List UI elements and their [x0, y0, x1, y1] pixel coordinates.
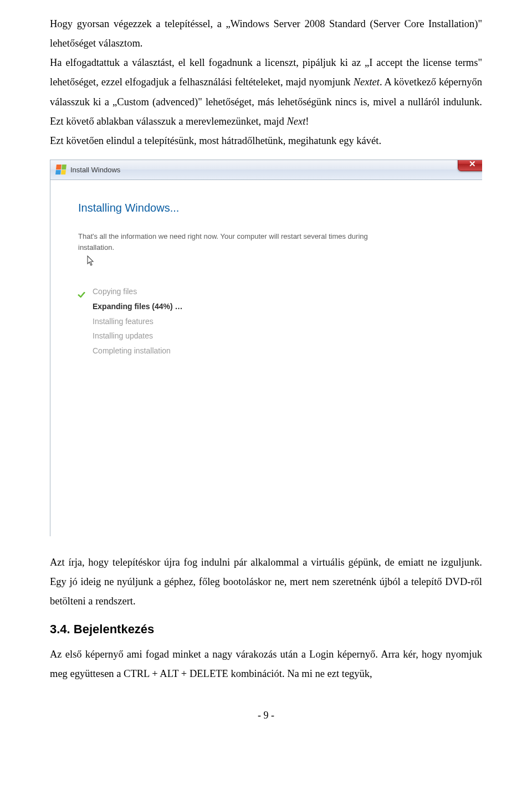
mouse-cursor-icon: [78, 255, 388, 270]
window-title: Install Windows: [70, 166, 120, 173]
step-updates-label: Installing updates: [93, 331, 153, 340]
section-body: Az első képernyő ami fogad minket a nagy…: [50, 645, 482, 684]
step-features-label: Installing features: [93, 317, 154, 326]
doc-para2d: Next: [287, 116, 305, 127]
step-copying-files: Copying files: [78, 284, 454, 299]
install-steps-list: Copying files Expanding files (44%) … In…: [78, 284, 454, 358]
doc-paragraph-1: Hogy gyorsan végezzek a telepítéssel, a …: [50, 14, 482, 53]
installer-description: That's all the information we need right…: [78, 232, 368, 252]
step-expanding-files: Expanding files (44%) …: [78, 299, 454, 314]
windows-logo-icon: [55, 165, 66, 175]
section-heading-3-4: 3.4. Bejelentkezés: [50, 622, 482, 637]
step-expanding-label: Expanding files (44%) …: [93, 302, 183, 311]
step-installing-updates: Installing updates: [78, 329, 454, 343]
checkmark-icon: [78, 286, 88, 296]
close-button[interactable]: ✕: [458, 160, 482, 171]
doc-paragraph-2: Ha elfogadtattuk a választást, el kell f…: [50, 53, 482, 131]
close-icon: ✕: [469, 160, 476, 168]
after-paragraph-1: Azt írja, hogy telepítéskor újra fog ind…: [50, 553, 482, 611]
step-installing-features: Installing features: [78, 314, 454, 329]
doc-para2b: Nextet: [354, 76, 380, 88]
installer-heading: Installing Windows...: [78, 201, 454, 214]
page-number: - 9 -: [50, 706, 482, 725]
step-copying-label: Copying files: [93, 287, 137, 296]
doc-para2e: !: [305, 116, 309, 127]
installer-screenshot: Install Windows ✕ Installing Windows... …: [50, 160, 482, 536]
step-completing-label: Completing installation: [93, 346, 171, 355]
step-completing-installation: Completing installation: [78, 343, 454, 358]
installer-titlebar[interactable]: Install Windows ✕: [50, 160, 482, 180]
doc-paragraph-3: Ezt követően elindul a telepítésünk, mos…: [50, 131, 482, 151]
